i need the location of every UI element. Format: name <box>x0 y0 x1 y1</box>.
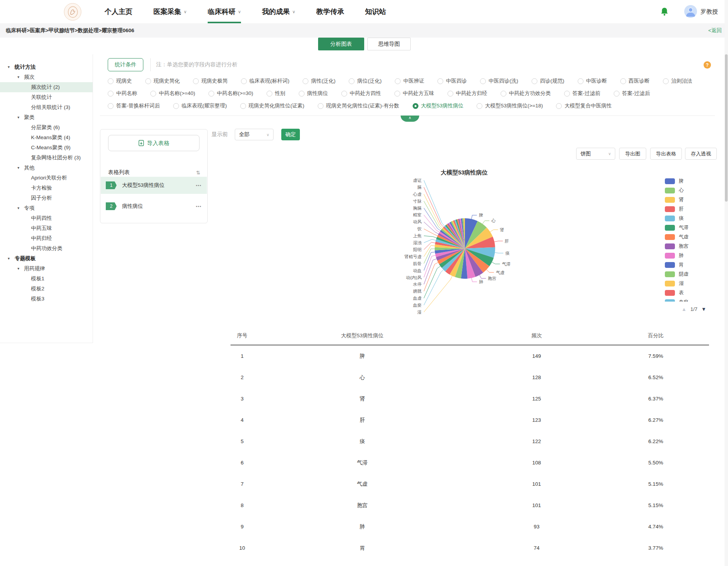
sidebar-item-用药规律[interactable]: ▾用药规律 <box>0 264 93 274</box>
sidebar-item-中药归经[interactable]: 中药归经 <box>0 233 93 243</box>
save-pivot-button[interactable]: 存入透视 <box>685 148 717 160</box>
sidebar-item-模板3[interactable]: 模板3 <box>0 294 93 304</box>
tab-analysis-chart[interactable]: 分析图表 <box>318 38 364 50</box>
legend-item-痰[interactable]: 痰 <box>665 216 723 221</box>
sidebar-item-因子分析[interactable]: 因子分析 <box>0 193 93 203</box>
legend-item-胞宫[interactable]: 胞宫 <box>665 243 723 249</box>
radio-option-病位(泛化)[interactable]: 病位(泛化) <box>349 78 382 85</box>
radio-option-答案-过滤后[interactable]: 答案-过滤后 <box>614 90 650 97</box>
sort-icon[interactable]: ⇅ <box>196 170 200 176</box>
radio-option-大模型53病性病位[interactable]: 大模型53病性病位 <box>413 102 464 109</box>
sidebar-item-频次[interactable]: ▾频次 <box>0 72 93 82</box>
show-top-select[interactable]: 全部 ∨ <box>235 129 274 140</box>
legend-item-阴虚[interactable]: 阴虚 <box>665 271 723 277</box>
radio-option-中药处方五味[interactable]: 中药处方五味 <box>394 90 434 97</box>
tree-caret-icon[interactable]: ▾ <box>8 254 10 264</box>
more-options-icon[interactable]: ••• <box>196 183 201 188</box>
radio-option-中药名称[interactable]: 中药名称 <box>108 90 137 97</box>
statistic-condition-button[interactable]: 统计条件 <box>108 58 143 71</box>
confirm-button[interactable]: 确定 <box>281 129 300 140</box>
chart-type-select[interactable]: 饼图 ∨ <box>576 148 615 160</box>
nav-item-个人主页[interactable]: 个人主页 <box>105 0 133 23</box>
user-avatar[interactable] <box>684 5 697 18</box>
legend-item-胃[interactable]: 胃 <box>665 262 723 268</box>
radio-option-中医辨证[interactable]: 中医辨证 <box>395 78 424 85</box>
tab-mind-map[interactable]: 思维导图 <box>367 38 411 50</box>
sidebar-item-分组关联统计 (3)[interactable]: 分组关联统计 (3) <box>0 102 93 112</box>
radio-option-现病史极简[interactable]: 现病史极简 <box>193 78 228 85</box>
radio-option-中医四诊[interactable]: 中医四诊 <box>437 78 467 85</box>
radio-option-中药名称(>=40)[interactable]: 中药名称(>=40) <box>150 90 195 97</box>
back-link[interactable]: <返回 <box>708 23 722 38</box>
legend-item-脾[interactable]: 脾 <box>665 178 723 184</box>
collapse-panel-button[interactable]: ∧ <box>401 116 419 122</box>
radio-option-四诊(规范)[interactable]: 四诊(规范) <box>532 78 565 85</box>
radio-option-中医四诊(洗)[interactable]: 中医四诊(洗) <box>480 78 518 85</box>
sidebar-item-模板2[interactable]: 模板2 <box>0 284 93 294</box>
legend-item-湿[interactable]: 湿 <box>665 281 723 286</box>
nav-item-我的成果[interactable]: 我的成果∨ <box>262 0 295 23</box>
legend-item-表[interactable]: 表 <box>665 290 723 296</box>
scrollbar-thumb[interactable] <box>725 54 728 202</box>
radio-option-中医诊断[interactable]: 中医诊断 <box>578 78 607 85</box>
legend-item-心[interactable]: 心 <box>665 188 723 193</box>
sidebar-item-聚类[interactable]: ▾聚类 <box>0 112 93 123</box>
legend-item-肺[interactable]: 肺 <box>665 253 723 259</box>
sidebar-item-中药功效分类[interactable]: 中药功效分类 <box>0 243 93 254</box>
tree-caret-icon[interactable]: ▾ <box>17 163 19 173</box>
radio-option-中药处方归经[interactable]: 中药处方归经 <box>447 90 487 97</box>
legend-item-气虚[interactable]: 气虚 <box>665 234 723 240</box>
radio-option-中药处方四性[interactable]: 中药处方四性 <box>341 90 381 97</box>
tree-caret-icon[interactable]: ▾ <box>17 112 19 123</box>
radio-option-大模型复合中医病性[interactable]: 大模型复合中医病性 <box>556 102 612 109</box>
import-table-button[interactable]: 导入表格 <box>108 135 200 151</box>
nav-item-医案采集[interactable]: 医案采集∨ <box>153 0 187 23</box>
radio-option-临床表现(耀宗整理)[interactable]: 临床表现(耀宗整理) <box>173 102 227 109</box>
tree-caret-icon[interactable]: ▾ <box>17 72 19 82</box>
radio-option-中药名称(>=30)[interactable]: 中药名称(>=30) <box>208 90 253 97</box>
legend-item-肾[interactable]: 肾 <box>665 197 723 203</box>
sidebar-item-其他[interactable]: ▾其他 <box>0 163 93 173</box>
nav-item-知识站[interactable]: 知识站 <box>365 0 386 23</box>
radio-option-现病史简化病性位(证素)-有分数[interactable]: 现病史简化病性位(证素)-有分数 <box>318 102 399 109</box>
help-icon[interactable]: ? <box>704 61 711 69</box>
tree-caret-icon[interactable]: ▾ <box>17 264 19 274</box>
radio-option-性别[interactable]: 性别 <box>267 90 286 97</box>
radio-option-临床表现(标杆词)[interactable]: 临床表现(标杆词) <box>241 78 290 85</box>
export-table-button[interactable]: 导出表格 <box>650 148 682 160</box>
legend-item-气滞[interactable]: 气滞 <box>665 225 723 231</box>
sidebar-item-关联统计[interactable]: 关联统计 <box>0 92 93 102</box>
sidebar-item-模板1[interactable]: 模板1 <box>0 274 93 284</box>
radio-option-现病史简化病性位(证素)[interactable]: 现病史简化病性位(证素) <box>240 102 305 109</box>
nav-item-教学传承[interactable]: 教学传承 <box>316 0 344 23</box>
sidebar-item-中药五味[interactable]: 中药五味 <box>0 223 93 233</box>
radio-option-现病史[interactable]: 现病史 <box>108 78 132 85</box>
more-options-icon[interactable]: ••• <box>196 204 201 209</box>
nav-item-临床科研[interactable]: 临床科研∨ <box>208 0 241 23</box>
radio-option-大模型53病性病位(>=18)[interactable]: 大模型53病性病位(>=18) <box>477 102 543 109</box>
export-image-button[interactable]: 导出图 <box>619 148 646 160</box>
notification-bell-icon[interactable] <box>659 7 669 17</box>
radio-option-西医诊断[interactable]: 西医诊断 <box>620 78 650 85</box>
tree-caret-icon[interactable]: ▾ <box>8 62 10 72</box>
radio-option-病性病位[interactable]: 病性病位 <box>299 90 328 97</box>
sidebar-item-卡方检验[interactable]: 卡方检验 <box>0 183 93 193</box>
tree-caret-icon[interactable]: ▾ <box>17 203 19 213</box>
sidebar-item-中药四性[interactable]: 中药四性 <box>0 213 93 223</box>
sidebar-item-频次统计 (2)[interactable]: 频次统计 (2) <box>0 82 93 92</box>
sidebar-item-专项[interactable]: ▾专项 <box>0 203 93 213</box>
app-logo[interactable] <box>64 3 81 21</box>
radio-option-中药处方功效分类[interactable]: 中药处方功效分类 <box>501 90 551 97</box>
radio-option-答案-替换标杆词后[interactable]: 答案-替换标杆词后 <box>108 102 160 109</box>
radio-option-病性(泛化)[interactable]: 病性(泛化) <box>303 78 336 85</box>
radio-option-现病史简化[interactable]: 现病史简化 <box>145 78 180 85</box>
sidebar-item-分层聚类 (6)[interactable]: 分层聚类 (6) <box>0 123 93 133</box>
user-name[interactable]: 罗教授 <box>700 0 718 23</box>
sidebar-item-专题模板[interactable]: ▾专题模板 <box>0 254 93 264</box>
sidebar-item-Apriori关联分析[interactable]: Apriori关联分析 <box>0 173 93 183</box>
radio-option-治则治法[interactable]: 治则治法 <box>663 78 692 85</box>
sidebar-item-K-Means聚类 (4)[interactable]: K-Means聚类 (4) <box>0 133 93 143</box>
legend-page-down-icon[interactable]: ▼ <box>701 306 706 312</box>
legend-item-血瘀[interactable]: 血瘀 <box>665 299 723 302</box>
sidebar-item-统计方法[interactable]: ▾统计方法 <box>0 62 93 72</box>
